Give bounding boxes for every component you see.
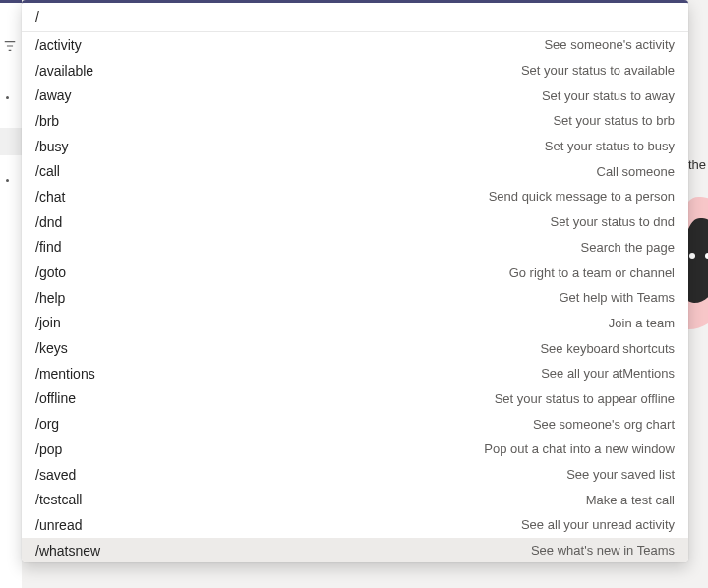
command-description: Go right to a team or channel [509,265,675,280]
command-name: /chat [35,189,65,205]
command-description: Set your status to away [542,88,675,103]
command-item[interactable]: /callCall someone [22,158,688,184]
left-app-sliver [0,0,22,588]
background-text-fragment: the [688,157,706,172]
command-item[interactable]: /orgSee someone's org chart [22,411,688,437]
command-item[interactable]: /dndSet your status to dnd [22,209,688,235]
command-name: /help [35,290,65,306]
command-name: /activity [35,37,82,53]
command-description: Send quick message to a person [489,189,675,204]
command-description: Make a test call [586,493,675,507]
svg-point-0 [689,253,695,259]
app-stage: the /activitySee someone's activity/avai… [0,0,708,588]
command-name: /available [35,63,93,79]
overflow-dot [6,179,9,182]
command-item[interactable]: /gotoGo right to a team or channel [22,260,688,285]
command-description: Get help with Teams [559,290,675,305]
command-item[interactable]: /availableSet your status to available [22,58,688,84]
command-name: /testcall [35,492,82,507]
command-item[interactable]: /keysSee keyboard shortcuts [22,335,688,361]
command-item[interactable]: /brbSet your status to brb [22,108,688,134]
command-name: /join [35,315,61,330]
command-search-input[interactable] [22,3,688,31]
command-item[interactable]: /offlineSet your status to appear offlin… [22,386,688,412]
command-description: See keyboard shortcuts [540,341,675,356]
command-name: /whatsnew [35,543,100,559]
overflow-dot [6,96,9,99]
command-list: /activitySee someone's activity/availabl… [22,32,688,562]
command-dropdown-panel: /activitySee someone's activity/availabl… [22,0,688,562]
command-item[interactable]: /busySet your status to busy [22,134,688,159]
command-description: Call someone [597,164,676,179]
command-description: See someone's org chart [533,417,675,432]
selected-row-fragment [0,128,22,155]
command-item[interactable]: /chatSend quick message to a person [22,184,688,209]
command-description: See what's new in Teams [531,543,675,558]
command-name: /unread [35,517,82,533]
command-description: See someone's activity [544,37,675,52]
command-name: /keys [35,340,68,356]
command-description: See all your unread activity [521,517,675,532]
command-name: /mentions [35,366,95,382]
command-item[interactable]: /joinJoin a team [22,311,688,336]
command-description: Set your status to busy [545,139,675,153]
command-item[interactable]: /savedSee your saved list [22,462,688,488]
command-description: Set your status to dnd [551,214,675,229]
command-description: Set your status to appear offline [495,391,675,406]
command-description: Search the page [581,240,675,255]
command-item[interactable]: /awaySet your status to away [22,83,688,108]
command-description: See your saved list [566,467,675,482]
command-item[interactable]: /findSearch the page [22,235,688,261]
command-name: /brb [35,113,59,129]
command-item[interactable]: /testcallMake a test call [22,487,688,512]
command-name: /dnd [35,214,62,230]
command-name: /call [35,163,60,179]
command-item[interactable]: /whatsnewSee what's new in Teams [22,538,688,563]
filter-icon[interactable] [3,39,17,53]
command-name: /pop [35,441,62,457]
command-item[interactable]: /helpGet help with Teams [22,285,688,311]
command-description: See all your atMentions [541,366,675,381]
command-name: /org [35,416,59,432]
command-description: Set your status to available [521,63,675,78]
command-item[interactable]: /popPop out a chat into a new window [22,437,688,462]
command-description: Join a team [609,316,675,330]
command-description: Set your status to brb [553,113,675,128]
command-name: /offline [35,390,76,406]
command-item[interactable]: /unreadSee all your unread activity [22,512,688,538]
command-name: /goto [35,265,66,280]
command-item[interactable]: /activitySee someone's activity [22,32,688,58]
command-name: /away [35,88,72,103]
command-name: /find [35,239,61,255]
command-name: /busy [35,139,68,154]
title-bar-fragment [0,0,22,3]
command-item[interactable]: /mentionsSee all your atMentions [22,361,688,386]
command-description: Pop out a chat into a new window [484,441,675,456]
command-name: /saved [35,467,76,483]
